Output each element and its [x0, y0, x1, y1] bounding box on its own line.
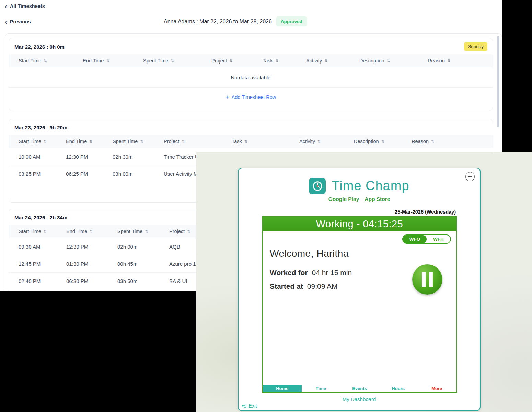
previous-week-link[interactable]: ‹ Previous — [5, 19, 31, 24]
sort-icon[interactable]: ⇅ — [387, 59, 390, 63]
sheet-header: Anna Adams : Mar 22, 2026 to Mar 28, 202… — [164, 16, 307, 26]
table-header-row: Start Time⇅ End Time⇅ Spent Time⇅ Projec… — [9, 135, 493, 148]
vertical-scrollbar[interactable] — [497, 36, 499, 127]
col-reason: Reason — [412, 139, 429, 144]
worked-for-line: Worked for04 hr 15 min — [270, 268, 352, 277]
worked-for-label: Worked for — [270, 268, 308, 276]
back-all-timesheets-label: All Timesheets — [10, 3, 45, 9]
started-at-line: Started at09:09 AM — [270, 282, 338, 290]
table-header-row: Start Time⇅ End Time⇅ Spent Time⇅ Projec… — [9, 54, 493, 67]
col-spent-time: Spent Time — [143, 58, 168, 64]
wfh-option[interactable]: WFH — [427, 235, 450, 243]
col-end-time: End Time — [66, 229, 87, 234]
pause-icon — [429, 272, 433, 287]
day-title: Mar 22, 2026 : 0h 0m — [14, 44, 65, 50]
col-end-time: End Time — [66, 139, 87, 144]
pause-icon — [422, 272, 426, 287]
previous-label: Previous — [10, 19, 31, 24]
sort-icon[interactable]: ⇅ — [381, 139, 384, 144]
sort-icon[interactable]: ⇅ — [90, 229, 93, 234]
started-at-value: 09:09 AM — [307, 282, 338, 290]
col-project: Project — [169, 229, 185, 234]
tab-time[interactable]: Time — [302, 385, 340, 392]
wfo-option[interactable]: WFO — [403, 235, 427, 243]
col-project: Project — [164, 139, 179, 144]
col-spent-time: Spent Time — [117, 229, 142, 234]
sort-icon[interactable]: ⇅ — [431, 139, 434, 144]
tab-events[interactable]: Events — [340, 385, 379, 392]
app-store-link[interactable]: App Store — [365, 196, 390, 202]
pause-tracking-button[interactable] — [412, 264, 442, 295]
sort-icon[interactable]: ⇅ — [229, 59, 232, 63]
col-task: Task — [263, 58, 273, 64]
exit-door-icon — [242, 403, 247, 408]
exit-label: Exit — [248, 403, 257, 409]
sort-icon[interactable]: ⇅ — [140, 139, 143, 144]
sort-icon[interactable]: ⇅ — [106, 59, 109, 63]
sort-icon[interactable]: ⇅ — [44, 229, 47, 234]
tab-hours[interactable]: Hours — [379, 385, 418, 392]
no-data-message: No data available — [9, 67, 493, 87]
day-badge: Sunday — [464, 42, 487, 51]
tab-more[interactable]: More — [417, 385, 456, 392]
time-champ-logo-icon — [309, 178, 326, 194]
sort-icon[interactable]: ⇅ — [317, 139, 321, 144]
col-description: Description — [359, 58, 384, 64]
tab-home[interactable]: Home — [263, 385, 302, 392]
store-links: Google Play App Store — [239, 196, 480, 202]
day-title: Mar 23, 2026 : 9h 20m — [14, 125, 67, 130]
add-timesheet-row-label: Add Timesheet Row — [232, 94, 276, 100]
employee-period-title: Anna Adams : Mar 22, 2026 to Mar 28, 202… — [164, 19, 272, 25]
col-spent-time: Spent Time — [113, 139, 138, 144]
day-title: Mar 24, 2026 : 2h 34m — [14, 215, 67, 220]
sort-icon[interactable]: ⇅ — [44, 59, 47, 63]
plus-icon: + — [225, 94, 229, 101]
sort-icon[interactable]: ⇅ — [324, 59, 327, 63]
chevron-left-icon: ‹ — [5, 19, 7, 24]
col-task: Task — [232, 139, 242, 144]
brand-header: Time Champ — [239, 178, 480, 194]
sort-icon[interactable]: ⇅ — [171, 59, 174, 63]
col-start-time: Start Time — [19, 229, 41, 234]
col-start-time: Start Time — [19, 139, 41, 144]
col-start-time: Start Time — [19, 58, 41, 64]
sort-icon[interactable]: ⇅ — [44, 139, 47, 144]
worked-for-value: 04 hr 15 min — [312, 268, 352, 276]
back-all-timesheets-link[interactable]: ‹ All Timesheets — [5, 3, 45, 9]
col-activity: Activity — [306, 58, 322, 64]
col-project: Project — [211, 58, 227, 64]
chevron-left-icon: ‹ — [5, 4, 7, 9]
sort-icon[interactable]: ⇅ — [187, 229, 190, 234]
widget-tab-bar: Home Time Events Hours More — [263, 385, 456, 392]
current-date-label: 25-Mar-2026 (Wednesday) — [395, 209, 456, 215]
sort-icon[interactable]: ⇅ — [275, 59, 278, 63]
started-at-label: Started at — [270, 282, 303, 290]
google-play-link[interactable]: Google Play — [328, 196, 359, 202]
desktop-background: Time Champ Google Play App Store 25-Mar-… — [196, 152, 532, 412]
col-end-time: End Time — [83, 58, 104, 64]
wfo-wfh-toggle[interactable]: WFO WFH — [402, 234, 451, 244]
sort-icon[interactable]: ⇅ — [244, 139, 247, 144]
time-champ-widget: Time Champ Google Play App Store 25-Mar-… — [238, 168, 481, 411]
my-dashboard-link[interactable]: My Dashboard — [239, 396, 480, 402]
sort-icon[interactable]: ⇅ — [145, 229, 148, 234]
exit-button[interactable]: Exit — [242, 403, 257, 409]
sort-icon[interactable]: ⇅ — [447, 59, 450, 63]
daycard-mar22: Mar 22, 2026 : 0h 0m Sunday Start Time⇅ … — [9, 38, 493, 111]
working-status-banner: Working - 04:15:25 — [263, 217, 456, 231]
app-name: Time Champ — [332, 179, 409, 193]
col-reason: Reason — [428, 58, 445, 64]
status-badge: Approved — [276, 16, 307, 26]
sort-icon[interactable]: ⇅ — [89, 139, 92, 144]
col-description: Description — [354, 139, 379, 144]
sort-icon[interactable]: ⇅ — [182, 139, 185, 144]
welcome-message: Welcome, Haritha — [270, 248, 349, 259]
tracker-panel: Working - 04:15:25 WFO WFH Welcome, Hari… — [262, 216, 457, 393]
minus-icon — [468, 176, 472, 177]
add-timesheet-row-button[interactable]: + Add Timesheet Row — [9, 87, 493, 106]
col-activity: Activity — [299, 139, 315, 144]
